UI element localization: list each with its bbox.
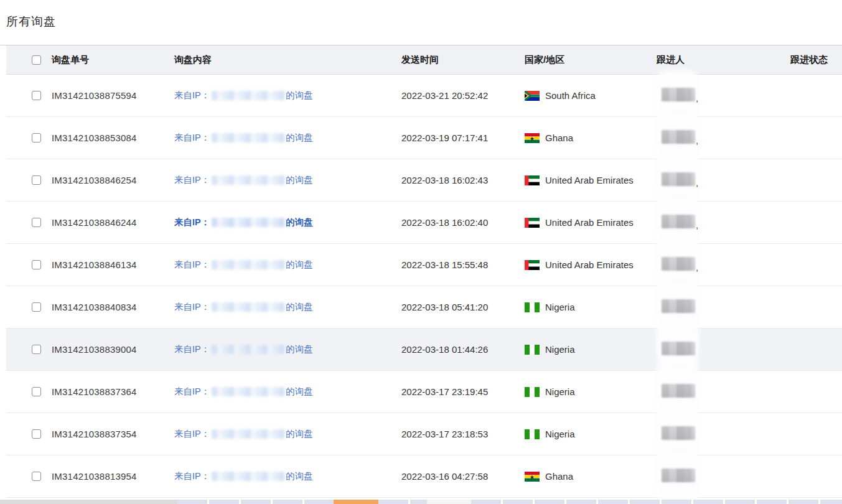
follower-cell: ,	[657, 172, 772, 188]
follower-cell	[657, 384, 772, 399]
table-row[interactable]: IM31421038837364 来自IP：的询盘 2022-03-17 23:…	[6, 371, 842, 413]
pagination-button-sliver[interactable]	[471, 500, 842, 504]
sent-time: 2022-03-17 23:19:45	[401, 386, 525, 397]
row-checkbox[interactable]	[32, 218, 41, 227]
row-checkbox-cell	[6, 218, 52, 227]
row-checkbox[interactable]	[32, 387, 41, 396]
row-checkbox-cell	[6, 133, 52, 142]
table-header-row: 询盘单号 询盘内容 发送时间 国家/地区 跟进人 跟进状态	[6, 45, 842, 75]
inquiry-link-suffix: 的询盘	[286, 386, 313, 396]
redacted-ip	[212, 387, 285, 396]
table-row[interactable]: IM31421038839004 来自IP：的询盘 2022-03-18 01:…	[6, 329, 842, 371]
redacted-ip	[212, 175, 285, 185]
inquiry-link[interactable]: 来自IP：的询盘	[174, 90, 313, 100]
inquiry-link[interactable]: 来自IP：的询盘	[174, 259, 313, 269]
inquiry-link[interactable]: 来自IP：的询盘	[174, 175, 313, 185]
country-cell: Nigeria	[525, 386, 657, 397]
table-row[interactable]: IM31421038846244 来自IP：的询盘 2022-03-18 16:…	[6, 202, 842, 244]
inquiry-link-suffix: 的询盘	[286, 175, 313, 185]
inquiry-link[interactable]: 来自IP：的询盘	[174, 133, 313, 142]
inquiry-link-suffix: 的询盘	[286, 471, 313, 481]
sent-time: 2022-03-18 05:41:20	[401, 302, 525, 312]
follower-cell	[657, 342, 772, 357]
inquiry-link-prefix: 来自IP：	[174, 217, 210, 227]
follower-comma: ,	[696, 93, 698, 103]
select-all-checkbox[interactable]	[32, 55, 41, 65]
pagination-current-page-sliver[interactable]	[334, 500, 378, 504]
sent-time: 2022-03-16 04:27:58	[401, 471, 525, 482]
table-row[interactable]: IM31421038846134 来自IP：的询盘 2022-03-18 15:…	[6, 244, 842, 286]
inquiry-content-cell: 来自IP：的询盘	[174, 301, 401, 313]
country-name: Ghana	[545, 471, 573, 482]
country-flag-icon	[525, 133, 540, 143]
inquiry-content-cell: 来自IP：的询盘	[174, 132, 401, 144]
inquiry-link[interactable]: 来自IP：的询盘	[174, 344, 313, 354]
row-checkbox[interactable]	[32, 429, 41, 439]
column-header-id: 询盘单号	[52, 54, 174, 66]
inquiry-link-prefix: 来自IP：	[174, 259, 210, 269]
table-body: IM31421038875594 来自IP：的询盘 2022-03-21 20:…	[6, 75, 842, 498]
row-checkbox-cell	[6, 260, 52, 269]
inquiry-link-prefix: 来自IP：	[174, 302, 210, 312]
inquiry-content-cell: 来自IP：的询盘	[174, 174, 401, 186]
country-name: Ghana	[545, 133, 573, 143]
country-cell: Nigeria	[525, 302, 657, 312]
inquiry-link[interactable]: 来自IP：的询盘	[174, 386, 313, 396]
sent-time: 2022-03-18 16:02:43	[401, 175, 525, 185]
table-row[interactable]: IM31421038837354 来自IP：的询盘 2022-03-17 23:…	[6, 413, 842, 455]
country-name: United Arab Emirates	[545, 259, 634, 270]
table-row[interactable]: IM31421038853084 来自IP：的询盘 2022-03-19 07:…	[6, 117, 842, 159]
table-row[interactable]: IM31421038846254 来自IP：的询盘 2022-03-18 16:…	[6, 159, 842, 202]
inquiry-link[interactable]: 来自IP：的询盘	[174, 471, 313, 481]
page-title: 所有询盘	[6, 14, 56, 30]
country-flag-icon	[525, 472, 540, 482]
inquiry-link[interactable]: 来自IP：的询盘	[174, 429, 313, 439]
redacted-follower-name	[662, 130, 695, 144]
table-row[interactable]: IM31421038840834 来自IP：的询盘 2022-03-18 05:…	[6, 286, 842, 329]
inquiry-link-suffix: 的询盘	[286, 217, 313, 227]
country-name: United Arab Emirates	[545, 217, 634, 228]
inquiry-content-cell: 来自IP：的询盘	[174, 470, 401, 482]
country-cell: Nigeria	[525, 344, 657, 355]
pagination-strip	[0, 500, 842, 504]
row-checkbox[interactable]	[32, 472, 41, 481]
inquiry-link[interactable]: 来自IP：的询盘	[174, 217, 313, 227]
country-name: Nigeria	[545, 302, 575, 312]
table-row[interactable]: IM31421038875594 来自IP：的询盘 2022-03-21 20:…	[6, 75, 842, 117]
country-flag-icon	[525, 302, 540, 312]
inquiry-manager-screen: 所有询盘 询盘单号 询盘内容 发送时间 国家/地区 跟进人 跟进状态 IM314…	[0, 0, 842, 504]
country-flag-icon	[525, 175, 540, 185]
row-checkbox[interactable]	[32, 91, 41, 100]
follower-comma: ,	[696, 135, 698, 146]
inquiry-link[interactable]: 来自IP：的询盘	[174, 302, 313, 312]
redacted-follower-name	[662, 469, 695, 482]
pagination-button-sliver[interactable]	[378, 500, 427, 504]
inquiry-id: IM31421038837354	[52, 429, 174, 439]
country-name: Nigeria	[545, 386, 575, 397]
row-checkbox-cell	[6, 302, 52, 312]
sent-time: 2022-03-18 15:55:48	[401, 259, 525, 270]
inquiry-content-cell: 来自IP：的询盘	[174, 217, 401, 228]
follower-comma: ,	[696, 262, 698, 273]
inquiry-link-prefix: 来自IP：	[174, 90, 210, 100]
redacted-follower-name	[662, 342, 695, 355]
country-cell: Nigeria	[525, 429, 657, 439]
row-checkbox-cell	[6, 387, 52, 396]
redacted-follower-name	[662, 172, 695, 186]
row-checkbox[interactable]	[32, 345, 41, 354]
row-checkbox[interactable]	[32, 133, 41, 142]
inquiry-link-prefix: 来自IP：	[174, 429, 210, 439]
country-cell: South Africa	[525, 90, 657, 101]
pagination-button-sliver[interactable]	[177, 500, 334, 504]
row-checkbox[interactable]	[32, 175, 41, 185]
table-row[interactable]: IM31421038813954 来自IP：的询盘 2022-03-16 04:…	[6, 455, 842, 498]
inquiry-id: IM31421038839004	[52, 344, 174, 355]
row-checkbox-cell	[6, 472, 52, 481]
redacted-follower-name	[662, 426, 695, 440]
inquiry-link-prefix: 来自IP：	[174, 471, 210, 481]
row-checkbox[interactable]	[32, 260, 41, 269]
country-cell: Ghana	[525, 471, 657, 482]
sent-time: 2022-03-19 07:17:41	[401, 133, 525, 143]
inquiry-link-suffix: 的询盘	[286, 344, 313, 354]
row-checkbox[interactable]	[32, 302, 41, 312]
